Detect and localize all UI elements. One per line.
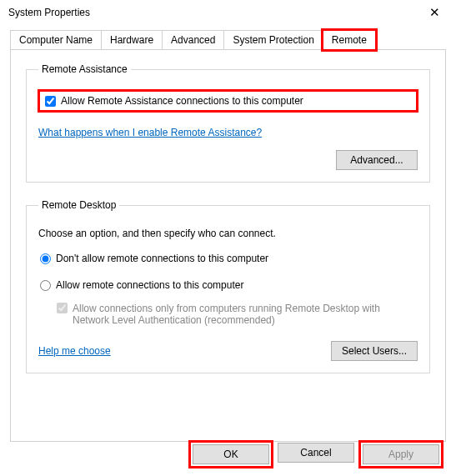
close-button[interactable]: ✕ [418,1,451,24]
tab-strip: Computer Name Hardware Advanced System P… [10,30,446,50]
select-users-button[interactable]: Select Users... [331,341,418,361]
radio-allow-row: Allow remote connections to this compute… [38,276,418,294]
allow-remote-assistance-label: Allow Remote Assistance connections to t… [61,95,303,107]
radio-dont-allow-row: Don't allow remote connections to this c… [38,249,418,268]
nla-row: Allow connections only from computers ru… [57,303,418,326]
dialog-footer: OK Cancel Apply [191,443,441,466]
group-remote-assistance: Remote Assistance Allow Remote Assistanc… [26,63,430,183]
window-title: System Properties [8,7,418,18]
tab-remote[interactable]: Remote [323,30,376,50]
group-legend-remote-assistance: Remote Assistance [38,63,131,75]
radio-dont-allow[interactable] [40,253,51,264]
dialog-content: Computer Name Hardware Advanced System P… [0,25,456,450]
ok-button-highlight: OK [191,443,271,466]
remote-assistance-help-link[interactable]: What happens when I enable Remote Assist… [38,127,262,138]
group-remote-desktop: Remote Desktop Choose an option, and the… [26,199,430,373]
close-icon: ✕ [429,5,440,20]
tab-computer-name[interactable]: Computer Name [10,30,102,49]
apply-button[interactable]: Apply [363,444,439,464]
radio-allow-label: Allow remote connections to this compute… [56,279,243,291]
advanced-button[interactable]: Advanced... [336,150,418,170]
allow-remote-assistance-row: Allow Remote Assistance connections to t… [38,90,418,112]
titlebar: System Properties ✕ [0,0,456,25]
remote-desktop-description: Choose an option, and then specify who c… [38,228,418,239]
ok-button[interactable]: OK [193,444,269,464]
group-legend-remote-desktop: Remote Desktop [38,199,119,211]
tab-hardware[interactable]: Hardware [101,30,163,49]
radio-dont-allow-label: Don't allow remote connections to this c… [56,253,268,264]
radio-allow[interactable] [40,280,51,291]
allow-remote-assistance-checkbox[interactable] [45,96,56,107]
tab-system-protection[interactable]: System Protection [223,30,323,49]
apply-button-highlight: Apply [361,443,441,466]
nla-checkbox [57,303,68,313]
cancel-button[interactable]: Cancel [278,443,354,463]
remote-desktop-footer: Help me choose Select Users... [38,341,418,361]
help-me-choose-link[interactable]: Help me choose [38,345,111,357]
nla-label: Allow connections only from computers ru… [73,303,418,326]
tab-panel-remote: Remote Assistance Allow Remote Assistanc… [10,50,446,442]
tab-advanced[interactable]: Advanced [162,30,224,49]
